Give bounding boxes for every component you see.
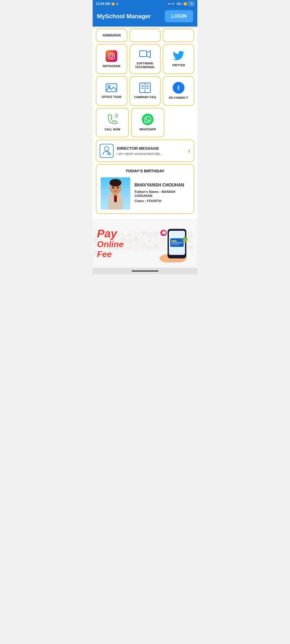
pay-line2: Online bbox=[97, 239, 150, 249]
director-avatar-icon bbox=[100, 144, 114, 158]
pay-online-banner[interactable]: 📋📅🏫📚✏️💰📋📅🏫📚✏️💰📋📅🏫📚✏️💰📋📅🏫📚✏️💰📋📅🏫📚✏️💰📋📅🏫📚✏… bbox=[93, 219, 197, 268]
student-photo bbox=[101, 177, 130, 210]
company-faq-button[interactable]: COMPANY FAQ bbox=[129, 76, 161, 106]
director-message-preview: i am vijesh sonava basically... bbox=[117, 152, 188, 156]
birthday-card: TODAY'S BIRTHDAY bbox=[96, 164, 194, 214]
battery-icon: 79 bbox=[188, 2, 194, 6]
instagram-icon bbox=[106, 50, 117, 62]
main-content: ADMISSION INSTAGRAM bbox=[93, 29, 197, 219]
director-message-card[interactable]: DIRECTOR MESSAGE i am vijesh sonava basi… bbox=[96, 140, 194, 162]
signal-icon: 📶 bbox=[183, 2, 187, 6]
book-icon bbox=[139, 82, 151, 93]
fb-connect-button[interactable]: f FB CONNECT bbox=[163, 76, 194, 106]
whatsapp-button[interactable]: WHATSAPP bbox=[131, 108, 164, 137]
pay-phone-graphic: 💬 💰 bbox=[150, 225, 193, 262]
admission-button[interactable]: ADMISSION bbox=[96, 29, 127, 42]
pay-text-block: Pay Online Fee bbox=[97, 228, 150, 259]
pay-line3: Fee bbox=[97, 249, 150, 259]
admission-row: ADMISSION bbox=[96, 29, 194, 42]
software-testimonial-label: SOFTWARETESTIMONIAL bbox=[135, 61, 155, 69]
app-header: MySchool Manager LOGIN bbox=[93, 8, 197, 27]
placeholder-cell-2[interactable] bbox=[163, 29, 194, 42]
student-name: BHAVYANSH CHOUHAN bbox=[135, 183, 189, 188]
svg-point-25 bbox=[117, 186, 119, 188]
svg-rect-33 bbox=[171, 244, 179, 245]
svg-rect-31 bbox=[171, 240, 177, 241]
office-tour-label: OFFICE TOUR bbox=[102, 95, 121, 99]
father-name-row: Father's Name : MANISH CHOUHAN bbox=[135, 190, 189, 198]
svg-point-6 bbox=[108, 85, 110, 87]
class-row: Class : FOURTH bbox=[135, 199, 189, 203]
app-title: MySchool Manager bbox=[97, 13, 151, 20]
time-display: 11:04 AM bbox=[96, 2, 110, 6]
svg-marker-4 bbox=[147, 51, 150, 58]
svg-text:💰: 💰 bbox=[183, 238, 187, 242]
sim-icon: 📶 bbox=[111, 2, 115, 5]
instagram-label: INSTAGRAM bbox=[103, 64, 120, 68]
chevron-right-icon: › bbox=[188, 147, 190, 155]
phone-icon bbox=[107, 114, 118, 125]
grid-row-1: INSTAGRAM SOFTWARETESTIMONIAL TWITTER bbox=[96, 44, 194, 74]
svg-rect-3 bbox=[140, 51, 147, 57]
pay-line1: Pay bbox=[97, 228, 150, 239]
director-message-title: DIRECTOR MESSAGE bbox=[117, 146, 188, 151]
network-badge: VoLTE bbox=[166, 2, 175, 5]
svg-point-1 bbox=[110, 55, 113, 58]
video-camera-icon bbox=[139, 49, 151, 59]
svg-point-15 bbox=[104, 147, 109, 151]
image-icon bbox=[106, 83, 117, 93]
class-value: FOURTH bbox=[147, 199, 161, 203]
whatsapp-label: WHATSAPP bbox=[139, 127, 156, 131]
svg-point-24 bbox=[112, 186, 114, 188]
grid-row-3: CALL NOW WHATSAPP bbox=[96, 108, 194, 137]
home-bar bbox=[132, 270, 158, 272]
svg-point-2 bbox=[113, 54, 114, 55]
svg-rect-5 bbox=[106, 84, 117, 92]
grid-row-2: OFFICE TOUR COMPANY FAQ f bbox=[96, 76, 194, 106]
svg-point-26 bbox=[115, 189, 116, 190]
call-now-label: CALL NOW bbox=[104, 127, 120, 131]
birthday-section-title: TODAY'S BIRTHDAY bbox=[101, 169, 189, 173]
office-tour-button[interactable]: OFFICE TOUR bbox=[96, 76, 127, 106]
status-bar: 11:04 AM 📶 d VoLTE 4G+ 📶 79 bbox=[93, 0, 197, 8]
twitter-button[interactable]: TWITTER bbox=[163, 44, 194, 74]
login-button[interactable]: LOGIN bbox=[165, 10, 193, 22]
svg-rect-32 bbox=[171, 242, 183, 243]
svg-point-20 bbox=[110, 179, 121, 186]
svg-rect-23 bbox=[113, 193, 118, 196]
home-indicator bbox=[93, 268, 197, 274]
fb-connect-label: FB CONNECT bbox=[169, 96, 188, 100]
placeholder-cell-1[interactable] bbox=[129, 29, 161, 42]
facebook-icon: f bbox=[173, 82, 184, 94]
company-faq-label: COMPANY FAQ bbox=[134, 95, 156, 99]
twitter-label: TWITTER bbox=[172, 63, 185, 67]
network-speed: 4G+ bbox=[177, 2, 182, 5]
svg-rect-0 bbox=[108, 53, 114, 59]
instagram-button[interactable]: INSTAGRAM bbox=[96, 44, 127, 74]
empty-cell bbox=[166, 108, 194, 137]
data-icon: d bbox=[116, 2, 118, 5]
svg-text:💬: 💬 bbox=[162, 231, 166, 235]
call-now-button[interactable]: CALL NOW bbox=[96, 108, 129, 137]
software-testimonial-button[interactable]: SOFTWARETESTIMONIAL bbox=[129, 44, 161, 74]
twitter-icon bbox=[173, 51, 184, 61]
whatsapp-icon bbox=[142, 114, 154, 125]
